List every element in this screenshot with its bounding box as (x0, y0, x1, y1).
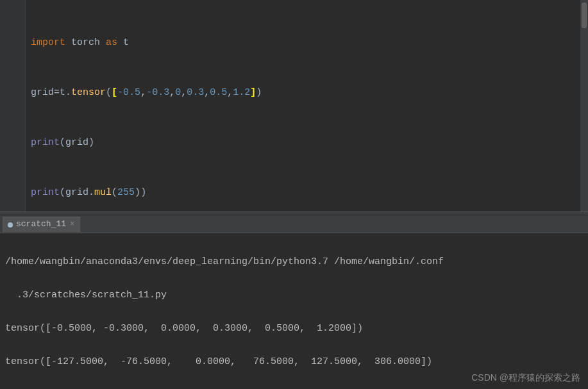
code-line-4[interactable]: print(grid.mul(255)) (31, 185, 583, 201)
alias: t (123, 37, 129, 48)
close-icon[interactable]: × (69, 220, 76, 229)
scrollbar-thumb[interactable] (582, 3, 587, 28)
editor-gutter (0, 0, 26, 211)
svg-point-0 (8, 222, 13, 228)
python-file-icon (7, 221, 13, 228)
code-line-2[interactable]: grid=t.tensor([-0.5,-0.3,0,0.3,0.5,1.2]) (31, 85, 583, 101)
keyword-import: import (31, 37, 65, 48)
editor-scrollbar[interactable] (580, 0, 588, 211)
console-tab-bar: scratch_11 × (0, 215, 588, 233)
code-line-1[interactable]: import torch as t (31, 35, 583, 51)
console-line: tensor([-0.5000, -0.3000, 0.0000, 0.3000… (5, 320, 583, 337)
console-output[interactable]: /home/wangbin/anaconda3/envs/deep_learni… (0, 233, 588, 389)
tab-scratch-11[interactable]: scratch_11 × (3, 217, 80, 232)
code-editor-pane: import torch as t grid=t.tensor([-0.5,-0… (0, 0, 588, 211)
watermark-text: CSDN @程序猿的探索之路 (471, 372, 580, 384)
console-line: tensor([-127.5000, -76.5000, 0.0000, 76.… (5, 354, 583, 370)
code-area[interactable]: import torch as t grid=t.tensor([-0.5,-0… (26, 0, 588, 211)
bracket-open: [ (112, 87, 117, 98)
bracket-close: ] (250, 87, 256, 98)
keyword-as: as (106, 37, 117, 48)
console-line: .3/scratches/scratch_11.py (5, 287, 583, 304)
module-name: torch (71, 37, 100, 48)
code-line-3[interactable]: print(grid) (31, 135, 583, 151)
tab-label: scratch_11 (16, 219, 66, 229)
console-line: /home/wangbin/anaconda3/envs/deep_learni… (5, 254, 583, 270)
